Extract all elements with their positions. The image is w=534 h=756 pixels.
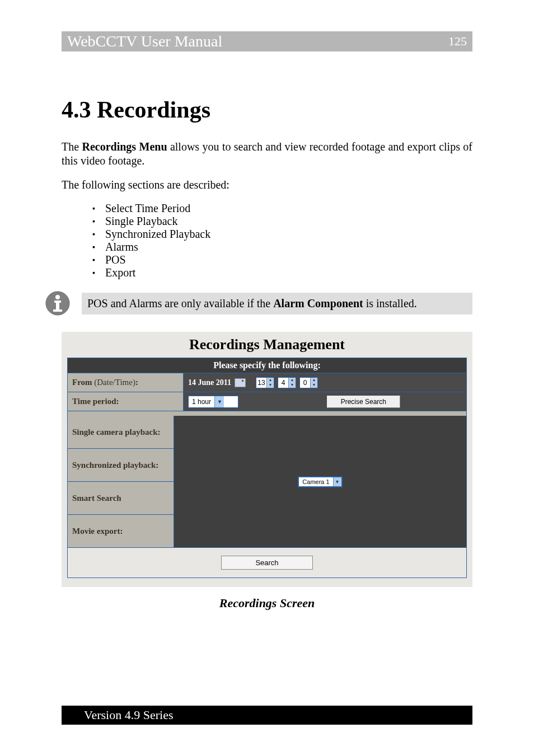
chevron-down-icon: ▾ (333, 477, 341, 486)
sync-playback-label: Synchronized playback: (68, 449, 174, 482)
following-paragraph: The following sections are described: (62, 178, 472, 192)
section-title: 4.3 Recordings (62, 96, 472, 123)
svg-rect-3 (56, 300, 59, 311)
screenshot-caption: Recordings Screen (62, 596, 472, 611)
footer-version: Version 4.9 Series (62, 706, 472, 725)
recordings-screenshot: Recordings Management Please specify the… (62, 332, 472, 587)
list-item: POS (92, 253, 472, 266)
from-date: 14 June 2011 (188, 378, 231, 387)
preview-area: Camera 1 ▾ (174, 416, 466, 547)
time-period-label: Time period: (68, 392, 184, 411)
smart-search-label: Smart Search (68, 482, 174, 515)
list-item: Synchronized Playback (92, 228, 472, 241)
doc-title: WebCCTV User Manual (67, 32, 222, 50)
info-icon (45, 290, 71, 316)
search-button[interactable]: Search (221, 556, 312, 570)
from-label: From (Date/Time): (68, 373, 184, 392)
screenshot-title: Recordings Management (62, 336, 472, 353)
info-note: POS and Alarms are only available if the… (82, 293, 472, 314)
time-period-select[interactable]: 1 hour ▾ (188, 396, 238, 408)
movie-export-label: Movie export: (68, 515, 174, 547)
calendar-icon[interactable] (235, 378, 246, 387)
page-header: WebCCTV User Manual 125 (62, 31, 472, 51)
list-item: Single Playback (92, 215, 472, 228)
svg-rect-4 (53, 309, 62, 312)
list-item: Select Time Period (92, 202, 472, 215)
specify-header: Please specify the following: (67, 358, 467, 373)
hour-spinner[interactable]: 13 ▲▼ (256, 377, 274, 388)
camera-select[interactable]: Camera 1 ▾ (298, 476, 342, 487)
precise-search-button[interactable]: Precise Search (327, 396, 400, 408)
section-list: Select Time Period Single Playback Synch… (62, 202, 472, 279)
minute-spinner[interactable]: 4 ▲▼ (278, 377, 296, 388)
page-number: 125 (448, 34, 467, 49)
list-item: Export (92, 266, 472, 279)
svg-point-1 (55, 295, 60, 299)
chevron-down-icon: ▾ (214, 396, 224, 407)
second-spinner[interactable]: 0 ▲▼ (299, 377, 318, 388)
single-playback-label: Single camera playback: (68, 416, 174, 449)
intro-paragraph: The Recordings Menu allows you to search… (62, 140, 472, 168)
list-item: Alarms (92, 241, 472, 253)
